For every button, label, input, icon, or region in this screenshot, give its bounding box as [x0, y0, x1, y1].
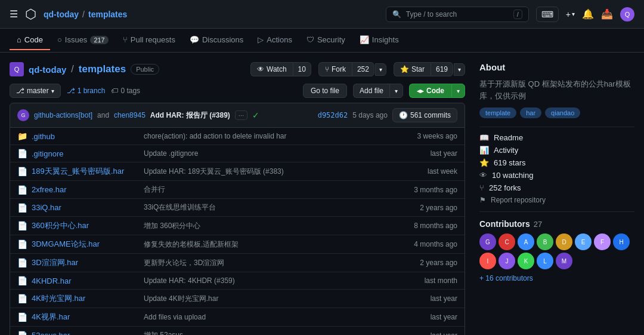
file-name[interactable]: 33iQ.har: [32, 203, 139, 212]
contributor-avatar[interactable]: K: [518, 253, 534, 269]
more-contributors-link[interactable]: + 16 contributors: [479, 274, 533, 282]
stars-stat: ⭐ 619 stars: [479, 158, 634, 167]
pr-icon: ⑂: [123, 35, 128, 44]
contributor-avatar[interactable]: G: [479, 233, 496, 250]
commits-count-btn[interactable]: 🕐 561 commits: [392, 108, 457, 122]
tab-pull-requests[interactable]: ⑂ Pull requests: [116, 30, 182, 50]
file-table: 📁.githubchore(action): add action to del…: [10, 128, 465, 335]
search-icon: 🔍: [392, 10, 401, 19]
file-time: last year: [398, 149, 457, 158]
contributor-avatar[interactable]: E: [575, 233, 592, 250]
commit-author-bot: github-actions[bot]: [34, 111, 92, 119]
add-file-btn[interactable]: Add file: [353, 84, 389, 98]
contributor-avatar[interactable]: B: [537, 233, 553, 250]
fork-btn[interactable]: ⑂ Fork: [318, 62, 352, 76]
contributor-avatar[interactable]: L: [537, 253, 553, 269]
watch-count: 10: [298, 65, 306, 73]
branch-select-btn[interactable]: ⎇ master ▾: [10, 84, 61, 98]
file-name[interactable]: 3DMGAME论坛.har: [32, 239, 139, 250]
forks-link[interactable]: 252 forks: [489, 183, 521, 192]
file-name[interactable]: 4KHDR.har: [32, 276, 139, 285]
contributor-avatar[interactable]: F: [594, 233, 611, 250]
file-icon: 📄: [17, 258, 27, 268]
watch-btn-group: 👁 Watch 10: [250, 62, 311, 76]
code-btn[interactable]: ◂▸ Code: [409, 84, 451, 98]
chevron-down-icon: ▾: [572, 11, 575, 17]
tag-count-link[interactable]: 🏷 0 tags: [111, 87, 140, 95]
star-btn[interactable]: ⭐ Star: [394, 62, 431, 76]
tab-security[interactable]: 🛡 Security: [299, 30, 352, 50]
branch-count-link[interactable]: ⎇ 1 branch: [67, 87, 106, 95]
tab-issues-label: Issues: [65, 35, 88, 44]
tab-discussions[interactable]: 💬 Discussions: [182, 30, 250, 50]
main-layout: Q qd-today / templates Public 👁 Watch 10…: [0, 53, 644, 335]
topic-tag[interactable]: template: [479, 107, 516, 118]
star-label: Star: [411, 65, 425, 73]
add-menu-btn[interactable]: + ▾: [566, 10, 575, 19]
contributor-avatar[interactable]: J: [499, 253, 515, 269]
contributor-avatar[interactable]: C: [499, 233, 515, 250]
fork-more-btn[interactable]: ▾: [375, 63, 386, 76]
readme-link[interactable]: Readme: [494, 133, 523, 142]
file-name[interactable]: 2xfree.har: [32, 185, 139, 194]
contributors-count: 27: [534, 220, 542, 229]
repo-content: Q qd-today / templates Public 👁 Watch 10…: [10, 62, 465, 335]
contributor-avatar[interactable]: H: [613, 233, 630, 250]
report-link[interactable]: Report repository: [491, 196, 546, 204]
forks-stat: ⑂ 252 forks: [479, 183, 634, 192]
contributors-title: Contributors: [479, 219, 530, 229]
contributor-avatar[interactable]: A: [518, 233, 534, 250]
watching-link[interactable]: 10 watching: [492, 171, 533, 180]
file-name[interactable]: 3D渲渲网.har: [32, 257, 139, 268]
topic-tag[interactable]: har: [520, 107, 541, 118]
commit-hash-link[interactable]: d952d62: [318, 111, 348, 119]
file-name[interactable]: 189天翼云_账号密码版.har: [32, 166, 139, 177]
repo-link[interactable]: templates: [88, 10, 127, 19]
owner-link[interactable]: qd-today: [44, 10, 79, 19]
repo-owner-icon: Q: [10, 62, 24, 76]
contributor-avatar[interactable]: I: [479, 253, 496, 269]
book-icon: 📖: [479, 133, 489, 142]
repo-title-row: Q qd-today / templates Public 👁 Watch 10…: [10, 62, 465, 76]
file-time: last year: [398, 313, 457, 321]
commit-author: chen8945: [114, 111, 145, 119]
search-placeholder: Type / to search: [406, 10, 457, 19]
stars-link[interactable]: 619 stars: [494, 158, 525, 167]
star-more-btn[interactable]: ▾: [454, 63, 465, 76]
file-name[interactable]: .gitignore: [32, 149, 139, 158]
tab-actions[interactable]: ▷ Actions: [250, 30, 299, 50]
search-box[interactable]: 🔍 Type / to search /: [386, 7, 529, 22]
activity-link[interactable]: Activity: [494, 146, 518, 155]
tab-issues[interactable]: ○ Issues 217: [50, 30, 116, 50]
fork-count-btn[interactable]: 252: [352, 62, 374, 76]
file-name[interactable]: 4K视界.har: [32, 312, 139, 322]
file-name[interactable]: 4K时光宝网.har: [32, 293, 139, 304]
code-btn-chevron[interactable]: ▾: [451, 84, 465, 98]
contributor-avatar[interactable]: D: [556, 233, 572, 250]
commits-count: 561 commits: [410, 111, 451, 119]
hamburger-icon[interactable]: ☰: [10, 8, 18, 20]
file-name[interactable]: 52asus.har: [32, 331, 139, 335]
file-row: 📄3D渲渲网.har更新野火论坛，3D渲渲网2 years ago: [10, 254, 465, 272]
commit-more-btn[interactable]: ···: [235, 110, 247, 120]
tab-insights[interactable]: 📈 Insights: [352, 30, 406, 50]
watch-btn[interactable]: 👁 Watch: [250, 62, 293, 76]
file-name[interactable]: .github: [32, 132, 139, 141]
star-count-btn[interactable]: 619: [431, 62, 453, 76]
repo-name-link[interactable]: templates: [79, 63, 126, 75]
file-name[interactable]: 360积分中心.har: [32, 220, 139, 231]
file-row: 📄3DMGAME论坛.har修复失效的老模板,适配新框架4 months ago: [10, 235, 465, 254]
user-avatar[interactable]: Q: [620, 7, 634, 21]
file-time: last week: [398, 167, 457, 176]
notification-icon-btn[interactable]: 🔔: [582, 8, 594, 20]
repo-owner-link[interactable]: qd-today: [29, 64, 66, 75]
tab-code[interactable]: ⌂ Code: [10, 30, 50, 50]
watch-count-btn[interactable]: 10: [293, 62, 311, 76]
terminal-icon-btn[interactable]: ⌨: [536, 7, 559, 22]
go-to-file-btn[interactable]: Go to file: [303, 84, 347, 98]
add-file-chevron-btn[interactable]: ▾: [389, 84, 403, 98]
inbox-icon-btn[interactable]: 📥: [601, 8, 613, 20]
topic-tag[interactable]: qiandao: [545, 107, 580, 118]
contributor-avatar[interactable]: M: [556, 253, 572, 269]
file-icon: 📄: [17, 331, 27, 336]
